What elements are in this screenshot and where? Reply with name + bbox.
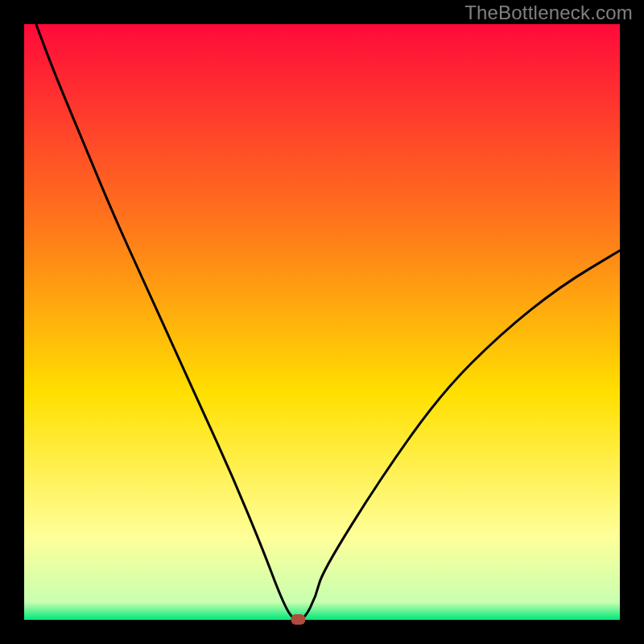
bottleneck-chart	[0, 0, 644, 644]
chart-frame: TheBottleneck.com	[0, 0, 644, 644]
minimum-marker	[291, 614, 305, 625]
plot-background	[24, 24, 620, 620]
watermark-text: TheBottleneck.com	[464, 2, 633, 24]
